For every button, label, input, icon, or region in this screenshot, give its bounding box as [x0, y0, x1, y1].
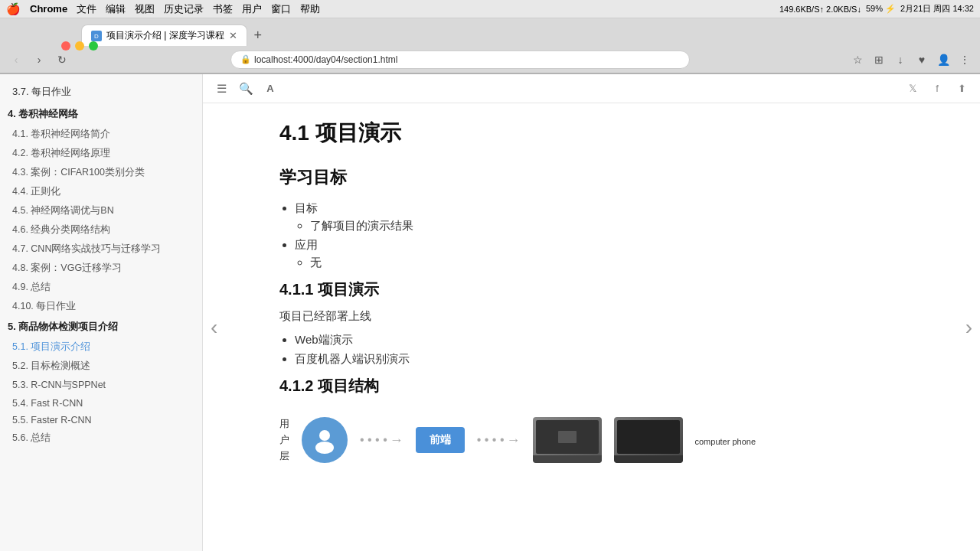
sidebar-item-56[interactable]: 5.6. 总结: [0, 429, 202, 448]
datetime: 2月21日 周四 14:32: [900, 3, 974, 15]
content-area: ☰ 🔍 A 𝕏 f ⬆ ‹ › 4.1 项目演示 学习目标 目标: [203, 74, 980, 551]
arrow-1: • • • • →: [360, 432, 403, 448]
frontend-box: 前端: [416, 427, 465, 453]
demo-item-1: Web端演示: [295, 333, 934, 347]
menubar: 🍎 Chrome 文件 编辑 视图 历史记录 书签 用户 窗口 帮助 149.6…: [0, 0, 980, 18]
facebook-share-button[interactable]: f: [928, 80, 946, 98]
arrow-2: • • • • →: [477, 432, 521, 448]
browser-tab[interactable]: D 项目演示介绍 | 深度学习课程 ✕: [81, 24, 247, 46]
sidebar-item-44[interactable]: 4.4. 正则化: [0, 182, 202, 201]
twitter-share-button[interactable]: 𝕏: [903, 80, 922, 98]
menu-user[interactable]: 用户: [242, 2, 262, 16]
goal-sub-list-2: 无: [310, 256, 934, 270]
user-icon: [302, 417, 348, 463]
computer-image-1: [533, 417, 602, 463]
demo-list: Web端演示 百度机器人端识别演示: [295, 333, 934, 367]
apple-menu[interactable]: 🍎: [6, 2, 21, 16]
close-button[interactable]: [61, 41, 70, 51]
sidebar-item-45[interactable]: 4.5. 神经网络调优与BN: [0, 201, 202, 220]
svg-point-2: [319, 430, 330, 441]
page-title: 4.1 项目演示: [279, 119, 934, 148]
download-icon[interactable]: ↓: [893, 52, 908, 67]
learning-goals-title: 学习目标: [279, 166, 934, 189]
extensions-icon[interactable]: ⊞: [871, 52, 887, 67]
sidebar-item-48[interactable]: 4.8. 案例：VGG迁移学习: [0, 259, 202, 278]
address-input[interactable]: 🔒 localhost:4000/day04/section1.html: [230, 51, 690, 69]
menu-window[interactable]: 窗口: [271, 2, 291, 16]
new-tab-button[interactable]: +: [247, 24, 269, 46]
page-content: ‹ › 4.1 项目演示 学习目标 目标 了解项目的演示结果 应用 无: [203, 103, 980, 551]
goal-item-1: 目标 了解项目的演示结果: [295, 201, 934, 233]
browser-chrome: D 项目演示介绍 | 深度学习课程 ✕ + ‹ › ↻ 🔒 localhost:…: [0, 18, 980, 74]
tab-title: 项目演示介绍 | 深度学习课程: [106, 29, 224, 42]
main-layout: 3.7. 每日作业 4. 卷积神经网络 4.1. 卷积神经网络简介 4.2. 卷…: [0, 74, 980, 551]
section-2-title: 4.1.2 项目结构: [279, 376, 934, 396]
toolbar-right: 𝕏 f ⬆: [903, 80, 971, 98]
menu-icon[interactable]: ⋮: [957, 52, 972, 67]
computer-image-2: [614, 417, 683, 463]
menu-edit[interactable]: 编辑: [106, 2, 126, 16]
sidebar-item-46[interactable]: 4.6. 经典分类网络结构: [0, 220, 202, 240]
menu-chrome[interactable]: Chrome: [30, 3, 67, 15]
sidebar-item-42[interactable]: 4.2. 卷积神经网络原理: [0, 144, 202, 163]
menu-view[interactable]: 视图: [135, 2, 155, 16]
goal-sub-item-1: 了解项目的演示结果: [310, 219, 934, 233]
user-icon-box: [302, 417, 348, 463]
battery-status: 59% ⚡: [866, 4, 896, 14]
sidebar: 3.7. 每日作业 4. 卷积神经网络 4.1. 卷积神经网络简介 4.2. 卷…: [0, 74, 203, 551]
search-button[interactable]: 🔍: [237, 80, 255, 98]
menu-toggle-button[interactable]: ☰: [212, 80, 230, 98]
prev-page-button[interactable]: ‹: [211, 315, 217, 340]
content-toolbar: ☰ 🔍 A 𝕏 f ⬆: [203, 74, 980, 103]
address-text: localhost:4000/day04/section1.html: [254, 54, 397, 65]
share-button[interactable]: ⬆: [952, 80, 971, 98]
profile-icon[interactable]: 👤: [936, 52, 951, 67]
computer-label: computer phone: [695, 434, 756, 446]
tab-close-button[interactable]: ✕: [229, 30, 237, 41]
sidebar-section-4[interactable]: 4. 卷积神经网络: [0, 103, 202, 125]
svg-point-3: [315, 442, 334, 454]
toolbar-left: ☰ 🔍 A: [212, 80, 279, 98]
favorites-icon[interactable]: ♥: [914, 52, 929, 67]
menubar-right: 149.6KB/S↑ 2.0KB/S↓ 59% ⚡ 2月21日 周四 14:32: [779, 3, 974, 15]
font-size-button[interactable]: A: [261, 80, 279, 98]
next-page-button[interactable]: ›: [965, 315, 972, 340]
sidebar-item-53[interactable]: 5.3. R-CNN与SPPNet: [0, 376, 202, 395]
menu-history[interactable]: 历史记录: [164, 2, 204, 16]
back-button[interactable]: ‹: [8, 51, 24, 68]
menu-bookmarks[interactable]: 书签: [213, 2, 233, 16]
maximize-button[interactable]: [89, 41, 98, 51]
svg-text:D: D: [94, 33, 99, 40]
sidebar-item-47[interactable]: 4.7. CNN网络实战技巧与迁移学习: [0, 240, 202, 259]
minimize-button[interactable]: [75, 41, 84, 51]
traffic-lights: [61, 41, 98, 51]
sidebar-item-43[interactable]: 4.3. 案例：CIFAR100类别分类: [0, 163, 202, 182]
tab-bar: D 项目演示介绍 | 深度学习课程 ✕ +: [0, 18, 980, 46]
reload-button[interactable]: ↻: [54, 51, 70, 68]
menu-help[interactable]: 帮助: [300, 2, 320, 16]
user-layer-box: 用户层: [279, 416, 289, 464]
sidebar-item-51[interactable]: 5.1. 项目演示介绍: [0, 337, 202, 357]
system-status: 149.6KB/S↑ 2.0KB/S↓: [779, 5, 861, 14]
project-diagram: 用户层 • • • • →: [279, 409, 934, 471]
demo-item-2: 百度机器人端识别演示: [295, 352, 934, 367]
tab-favicon: D: [91, 31, 102, 41]
forward-button[interactable]: ›: [31, 51, 47, 68]
address-bar: ‹ › ↻ 🔒 localhost:4000/day04/section1.ht…: [0, 46, 980, 73]
sidebar-item-54[interactable]: 5.4. Fast R-CNN: [0, 395, 202, 412]
sidebar-item-homework37[interactable]: 3.7. 每日作业: [0, 80, 202, 103]
sidebar-item-49[interactable]: 4.9. 总结: [0, 278, 202, 297]
section-1-intro: 项目已经部署上线: [279, 309, 934, 324]
address-bar-right: ☆ ⊞ ↓ ♥ 👤 ⋮: [850, 52, 972, 67]
sidebar-item-52[interactable]: 5.2. 目标检测概述: [0, 357, 202, 376]
sidebar-item-41[interactable]: 4.1. 卷积神经网络简介: [0, 125, 202, 144]
sidebar-item-55[interactable]: 5.5. Faster R-CNN: [0, 412, 202, 429]
sidebar-item-410[interactable]: 4.10. 每日作业: [0, 297, 202, 316]
sidebar-section-5[interactable]: 5. 商品物体检测项目介绍: [0, 316, 202, 337]
lock-icon: 🔒: [240, 54, 251, 64]
goal-item-2: 应用 无: [295, 238, 934, 270]
goal-sub-item-2: 无: [310, 256, 934, 270]
bookmark-star-icon[interactable]: ☆: [850, 52, 865, 67]
goal-sub-list-1: 了解项目的演示结果: [310, 219, 934, 233]
menu-file[interactable]: 文件: [77, 2, 96, 16]
